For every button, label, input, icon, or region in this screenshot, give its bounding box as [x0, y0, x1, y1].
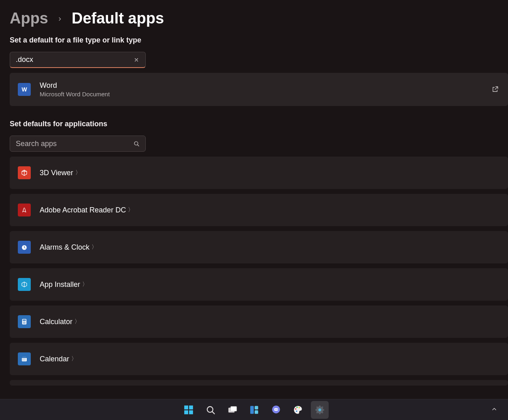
app-name: Alarms & Clock	[40, 243, 89, 252]
apps-search-input[interactable]	[16, 140, 132, 148]
search-icon[interactable]	[132, 139, 141, 148]
apps-list: 3D Viewer 〉 Adobe Acrobat Reader DC 〉 Al…	[10, 157, 508, 399]
taskbar	[0, 399, 508, 420]
open-external-icon[interactable]	[490, 73, 500, 106]
svg-point-5	[24, 322, 25, 322]
svg-point-4	[23, 322, 24, 322]
svg-point-31	[318, 408, 321, 411]
taskbar-chat[interactable]	[267, 401, 285, 419]
result-subtitle: Microsoft Word Document	[40, 91, 490, 98]
calendar-icon	[18, 352, 31, 365]
svg-rect-14	[184, 410, 188, 414]
chevron-right-icon	[57, 14, 63, 23]
chevron-right-icon: 〉	[72, 305, 82, 338]
taskbar-settings[interactable]	[311, 401, 329, 419]
svg-point-0	[134, 142, 138, 145]
filetype-result-row[interactable]: W Word Microsoft Word Document	[10, 73, 508, 106]
apps-search-box[interactable]	[10, 136, 146, 152]
svg-rect-12	[184, 405, 188, 409]
svg-point-25	[276, 409, 277, 409]
svg-rect-19	[250, 406, 254, 414]
app-name: Adobe Acrobat Reader DC	[40, 206, 126, 214]
chevron-right-icon: 〉	[69, 343, 79, 375]
svg-point-24	[275, 409, 276, 409]
taskbar-search[interactable]	[202, 401, 219, 419]
chevron-right-icon: 〉	[126, 194, 136, 226]
svg-point-6	[25, 322, 26, 322]
result-title: Word	[40, 81, 490, 90]
app-name: Calculator	[40, 318, 72, 326]
app-name: Calendar	[40, 355, 69, 363]
app-row-calculator[interactable]: Calculator 〉	[10, 305, 508, 338]
app-row-partial	[10, 380, 508, 386]
app-name: App Installer	[40, 280, 80, 289]
app-row-alarms[interactable]: Alarms & Clock 〉	[10, 231, 508, 263]
svg-rect-20	[255, 406, 258, 409]
chevron-right-icon: 〉	[89, 231, 99, 263]
svg-point-29	[296, 410, 297, 412]
taskbar-paint[interactable]	[289, 401, 307, 419]
taskbar-tray-chevron-icon[interactable]	[491, 406, 497, 414]
calculator-icon	[18, 315, 31, 328]
svg-rect-21	[255, 410, 258, 414]
svg-rect-11	[22, 357, 27, 358]
app-name: 3D Viewer	[40, 169, 73, 177]
svg-rect-18	[230, 406, 236, 411]
svg-rect-3	[23, 320, 26, 321]
svg-point-28	[298, 407, 300, 408]
close-icon[interactable]	[132, 55, 141, 65]
taskbar-start[interactable]	[180, 401, 198, 419]
taskbar-widgets[interactable]	[245, 401, 263, 419]
svg-rect-13	[189, 405, 193, 409]
breadcrumb-parent[interactable]: Apps	[10, 10, 48, 27]
app-row-appinstaller[interactable]: App Installer 〉	[10, 268, 508, 301]
filetype-search-box[interactable]	[10, 52, 146, 68]
svg-point-8	[24, 323, 25, 324]
app-row-3dviewer[interactable]: 3D Viewer 〉	[10, 157, 508, 189]
filetype-section-label: Set a default for a file type or link ty…	[10, 36, 508, 45]
taskbar-taskview[interactable]	[223, 401, 241, 419]
svg-point-7	[23, 323, 24, 324]
svg-point-16	[207, 406, 213, 412]
app-row-acrobat[interactable]: Adobe Acrobat Reader DC 〉	[10, 194, 508, 226]
alarms-icon	[18, 241, 31, 254]
svg-point-9	[25, 323, 26, 324]
svg-point-27	[296, 406, 298, 407]
svg-rect-15	[189, 410, 193, 414]
app-row-calendar[interactable]: Calendar 〉	[10, 343, 508, 375]
appinstaller-icon	[18, 278, 31, 291]
page-title: Default apps	[72, 10, 164, 27]
chevron-right-icon: 〉	[73, 157, 83, 189]
3dviewer-icon	[18, 166, 31, 179]
chevron-right-icon: 〉	[80, 268, 90, 301]
breadcrumb: Apps Default apps	[10, 10, 508, 27]
filetype-search-input[interactable]	[16, 55, 132, 64]
word-icon: W	[18, 83, 31, 96]
apps-section-label: Set defaults for applications	[10, 120, 508, 128]
svg-point-26	[295, 408, 296, 409]
acrobat-icon	[18, 204, 31, 216]
